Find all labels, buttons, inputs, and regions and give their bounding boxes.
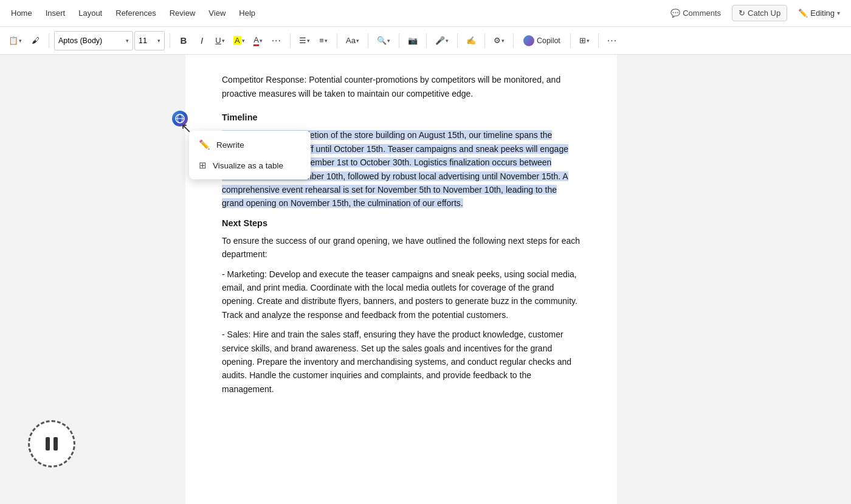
pencil-icon: ✏️ [199,139,210,150]
editor-button[interactable]: ✍ [463,31,480,50]
sensitivity-group: ⚙ ▾ [490,31,508,50]
header-right: 💬 Comments ↻ Catch Up ✏️ Editing ▾ [664,5,846,21]
sens-chevron: ▾ [501,38,505,44]
font-name: Aptos (Body) [58,36,102,45]
rewrite-menu-item[interactable]: ✏️ Rewrite [189,134,311,155]
copilot-label: Copilot [537,36,560,45]
menu-items: Home Insert Layout References Review Vie… [5,5,664,21]
search-icon: 🔍 [377,36,387,45]
list-group: ☰ ▾ ≡ ▾ [295,31,332,50]
sensitivity-button[interactable]: ⚙ ▾ [490,31,508,50]
menu-help[interactable]: Help [233,5,261,21]
format-group: B I U ▾ A ▾ A ▾ ··· [175,31,285,50]
editor-group: ✍ [463,31,480,50]
menu-view[interactable]: View [202,5,232,21]
view-group: ⊞ ▾ [576,31,593,50]
paragraph-button[interactable]: ≡ ▾ [315,31,332,50]
editing-button[interactable]: ✏️ Editing ▾ [792,5,846,21]
separator-11 [570,33,571,48]
view-button[interactable]: ⊞ ▾ [576,31,593,50]
menu-layout[interactable]: Layout [72,5,108,21]
pause-bars [46,437,58,450]
competitor-para: Competitor Response: Potential counter-p… [222,73,581,101]
document-content: Competitor Response: Potential counter-p… [222,73,581,396]
chevron-down-icon: ▾ [837,10,840,16]
font-size: 11 [139,36,147,45]
font-selector[interactable]: Aptos (Body) ▾ [54,31,133,50]
quick-access-group: 📋 ▾ 🖌 [5,31,44,50]
format-painter-icon: 🖌 [32,36,40,45]
text-style-button[interactable]: Aa ▾ [342,31,363,50]
camera-button[interactable]: 📷 [404,31,421,50]
format-painter-button[interactable]: 🖌 [27,31,44,50]
more-format-button[interactable]: ··· [268,31,285,50]
catchup-label: Catch Up [748,9,780,18]
text-style-group: Aa ▾ [342,31,363,50]
font-color-button[interactable]: A ▾ [250,31,267,50]
para-chevron: ▾ [325,38,328,44]
font-color-label: A [253,35,259,46]
font-color-chevron: ▾ [260,38,263,44]
catchup-button[interactable]: ↻ Catch Up [732,5,787,21]
mic-group: 🎤 ▾ [432,31,452,50]
sensitivity-icon: ⚙ [494,36,501,45]
menu-review[interactable]: Review [164,5,202,21]
left-sidebar [0,55,103,504]
comments-icon: 💬 [670,9,680,18]
camera-group: 📷 [404,31,421,50]
bullet-list-button[interactable]: ☰ ▾ [295,31,314,50]
view-icon: ⊞ [579,36,586,45]
highlight-chevron: ▾ [242,38,245,44]
menu-home[interactable]: Home [5,5,38,21]
separator-2 [170,33,170,48]
doc-page: ↖ ✏️ Rewrite ⊞ Visualize as a table Comp… [185,55,617,504]
copilot-button[interactable]: Copilot [519,33,565,49]
separator-1 [49,33,49,48]
visualize-table-menu-item[interactable]: ⊞ Visualize as a table [189,155,311,176]
pause-circle [28,420,75,468]
visualize-label: Visualize as a table [213,161,283,170]
bullet-list-icon: ☰ [299,36,306,45]
underline-button[interactable]: U ▾ [212,31,229,50]
separator-12 [598,33,599,48]
find-button[interactable]: 🔍 ▾ [373,31,394,50]
separator-5 [368,33,368,48]
highlight-button[interactable]: A ▾ [230,31,249,50]
separator-9 [484,33,485,48]
pause-button[interactable] [28,420,75,468]
editor-icon: ✍ [466,36,476,45]
list-chevron: ▾ [307,38,310,44]
paste-button[interactable]: 📋 ▾ [5,31,26,50]
font-size-selector[interactable]: 11 ▾ [134,31,165,50]
separator-8 [457,33,458,48]
more-toolbar-button[interactable]: ··· [604,31,621,50]
separator-6 [399,33,399,48]
menu-references[interactable]: References [109,5,162,21]
italic-button[interactable]: I [193,31,210,50]
toolbar: 📋 ▾ 🖌 Aptos (Body) ▾ 11 ▾ B I U ▾ A ▾ A [0,27,851,55]
copilot-indicator [172,111,188,126]
highlight-label: A [233,36,241,45]
dictate-button[interactable]: 🎤 ▾ [432,31,452,50]
right-sidebar [699,55,851,504]
bold-button[interactable]: B [175,31,192,50]
catchup-icon: ↻ [739,9,745,18]
next-steps-heading: Next Steps [222,216,581,230]
rewrite-label: Rewrite [216,140,244,150]
menu-insert[interactable]: Insert [40,5,72,21]
pencil-icon: ✏️ [798,9,808,18]
copilot-icon [523,35,534,46]
copilot-dot [172,111,188,126]
find-group: 🔍 ▾ [373,31,394,50]
mic-chevron: ▾ [446,38,449,44]
find-chevron: ▾ [387,38,390,44]
paste-chevron: ▾ [19,38,22,44]
context-menu: ✏️ Rewrite ⊞ Visualize as a table [189,131,311,179]
marketing-para: - Marketing: Develop and execute the tea… [222,268,581,322]
timeline-heading: Timeline [222,111,581,125]
editing-label: Editing [810,9,835,18]
underline-chevron: ▾ [222,38,225,44]
underline-label: U [215,36,221,45]
comments-button[interactable]: 💬 Comments [664,5,727,21]
sales-para: - Sales: Hire and train the sales staff,… [222,328,581,396]
